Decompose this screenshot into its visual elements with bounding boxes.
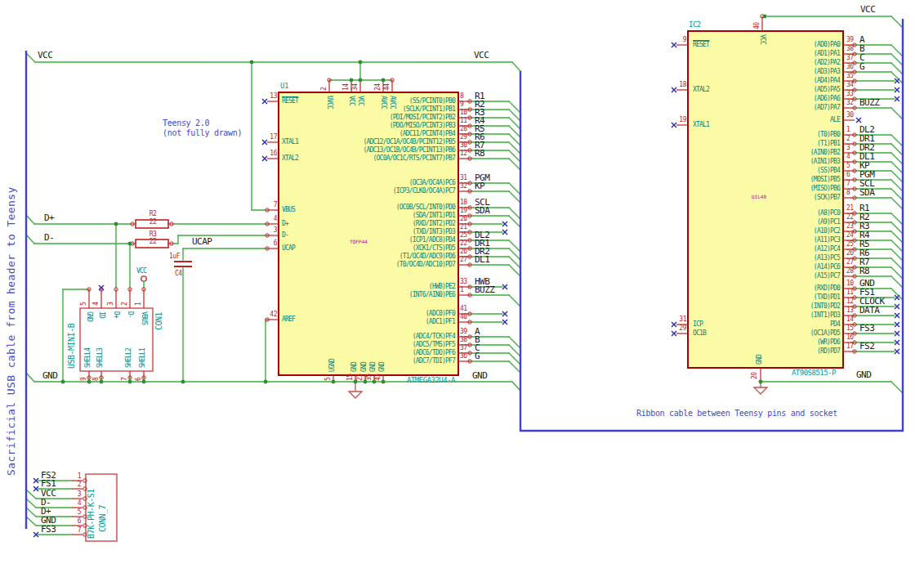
u1-ref[interactable]: U1 bbox=[280, 83, 288, 90]
conn7-ref[interactable]: CONN_7 bbox=[99, 505, 107, 532]
ic2-pin-name: (A13)PC5 bbox=[814, 255, 840, 262]
net-label-dl1[interactable]: DL1 bbox=[475, 255, 489, 264]
net-label-fs3[interactable]: FS3 bbox=[41, 525, 56, 534]
net-label-buzz[interactable]: BUZZ bbox=[475, 285, 495, 294]
r2-value[interactable]: 22 bbox=[150, 219, 157, 226]
conn7-value[interactable]: B7K-PH-K-S1 bbox=[87, 489, 96, 539]
ic2-pin-number: 21 bbox=[846, 205, 854, 212]
note-teensy-1[interactable]: Teensy 2.0 bbox=[163, 119, 209, 128]
c4-body[interactable] bbox=[174, 262, 192, 266]
ic2-pin-name: ICP bbox=[693, 321, 703, 328]
con1-pin-number: 3 bbox=[108, 302, 114, 306]
u1-pin-name: (SCLK/PCINT1)PB1 bbox=[403, 106, 455, 113]
c4-value[interactable]: 1uF bbox=[169, 253, 180, 260]
net-label-gnd-right[interactable]: GND bbox=[472, 371, 487, 380]
net-label-vcc-right[interactable]: VCC bbox=[474, 51, 489, 60]
u1-pin-number: 33 bbox=[460, 279, 467, 285]
net-label-sda[interactable]: SDA bbox=[859, 188, 874, 197]
ic2-pin-number: 31 bbox=[679, 316, 686, 323]
c4-ref[interactable]: C4 bbox=[175, 271, 182, 277]
u1-pin-name: (PDO/MISO/PCINT3)PB3 bbox=[390, 123, 455, 129]
net-label-g[interactable]: G bbox=[859, 62, 864, 71]
ic2-pin-number: 33 bbox=[846, 91, 854, 97]
u1-pin-number: 26 bbox=[460, 248, 467, 255]
ic2-pin-number: 20 bbox=[752, 372, 758, 379]
net-label-ic2-gnd[interactable]: GND bbox=[856, 370, 871, 379]
ic2-pin-name: (MISO)PB6 bbox=[810, 186, 840, 192]
conn7-pin-number: 1 bbox=[78, 473, 81, 480]
u1-pin-number: 11 bbox=[460, 118, 467, 124]
u1-pin-name: (SS/PCINT0)PB0 bbox=[409, 98, 455, 105]
conn7-pin-number: 3 bbox=[78, 491, 81, 498]
ic2-pin-name: (T1)PB1 bbox=[817, 141, 840, 147]
u1-pin-number: 31 bbox=[460, 175, 467, 181]
net-label-buzz[interactable]: BUZZ bbox=[859, 98, 880, 107]
u1-pin-number: 39 bbox=[460, 329, 467, 335]
con1-value[interactable]: USB-MINI-B bbox=[68, 324, 76, 369]
net-label-fs3[interactable]: FS3 bbox=[859, 324, 874, 333]
u1-pin-name: GND bbox=[370, 362, 377, 372]
u1-pin-name: UGND bbox=[329, 359, 336, 372]
r3-ref[interactable]: R3 bbox=[150, 231, 157, 238]
ic2-pin-number: 8 bbox=[846, 190, 850, 196]
u1-pin-number: 23 bbox=[357, 374, 364, 381]
u1-value[interactable]: ATMEGA32U4-A bbox=[407, 377, 455, 384]
ic2-pin-number: 7 bbox=[846, 181, 850, 187]
net-label-ucap[interactable]: UCAP bbox=[192, 237, 212, 246]
con1-ref[interactable]: CON1 bbox=[155, 312, 163, 330]
u1-pin-name: (ADC11/PCINT4)PB4 bbox=[400, 131, 455, 137]
u1-pin-name: VCC bbox=[348, 96, 355, 105]
u1-pin-number: 3 bbox=[274, 227, 277, 234]
u1-pin-name: (ADC7/TDI)PF7 bbox=[413, 358, 455, 365]
net-label-fs1[interactable]: FS1 bbox=[41, 479, 56, 488]
u1-pin-name: (XCK1/CTS)PD5 bbox=[413, 245, 455, 252]
schematic-canvas[interactable]: Sacrificial USB cable from header to Tee… bbox=[0, 0, 924, 564]
con1-pin-number: 7 bbox=[122, 378, 128, 381]
r3-value[interactable]: 22 bbox=[150, 239, 157, 245]
u1-pin-number: 30 bbox=[460, 142, 467, 149]
ic2-pin-number: 30 bbox=[846, 112, 854, 119]
net-label-r8[interactable]: R8 bbox=[859, 266, 869, 275]
net-label-ic2-vcc[interactable]: VCC bbox=[860, 5, 875, 14]
u1-pin-name: AVCC bbox=[380, 96, 386, 109]
ic2-pin-name: (INT0)PD2 bbox=[810, 303, 840, 310]
u1-pin-name: (PDI/MOSI/PCINT2)PB2 bbox=[390, 114, 455, 121]
net-label-vcc-left[interactable]: VCC bbox=[38, 51, 52, 60]
net-label-gnd-left[interactable]: GND bbox=[42, 371, 57, 380]
note-teensy-2[interactable]: (not fully drawn) bbox=[163, 129, 242, 137]
conn7-pin-number: 6 bbox=[78, 518, 81, 525]
net-label-fs2[interactable]: FS2 bbox=[859, 342, 874, 351]
net-label-r8[interactable]: R8 bbox=[475, 149, 484, 158]
r2-ref[interactable]: R2 bbox=[150, 211, 157, 217]
gnd-symbol bbox=[349, 382, 767, 398]
ic2-pin-number: 5 bbox=[846, 163, 850, 169]
ic2-pin-name: XTAL1 bbox=[693, 122, 709, 128]
ic2-ref[interactable]: IC2 bbox=[689, 21, 701, 29]
note-usb-cable[interactable]: Sacrificial USB cable from header to Tee… bbox=[6, 186, 16, 476]
con1-pin-number: 2 bbox=[122, 302, 128, 306]
net-label-dminus[interactable]: D- bbox=[44, 233, 54, 242]
net-label-dplus[interactable]: D+ bbox=[44, 213, 54, 222]
net-label-data[interactable]: DATA bbox=[859, 306, 880, 315]
net-label-kp[interactable]: KP bbox=[475, 181, 484, 190]
u1-pin-number: 4 bbox=[274, 216, 277, 222]
ic2-pin-name: (MOSI)PB5 bbox=[810, 177, 840, 183]
ic2-footprint[interactable]: DIL40 bbox=[752, 195, 766, 199]
ic2-value[interactable]: AT90S8515-P bbox=[792, 369, 836, 377]
u1-pin-number: 24 bbox=[375, 83, 382, 91]
net-label-g[interactable]: G bbox=[475, 351, 480, 360]
u1-footprint[interactable]: TQFP44 bbox=[350, 239, 368, 244]
ic2-pin-name: (AD4)PA4 bbox=[814, 78, 840, 84]
ic2-pin-name: (AD3)PA3 bbox=[814, 69, 840, 75]
ic2-pin-number: 17 bbox=[846, 343, 854, 350]
note-ribbon-cable[interactable]: Ribbon cable between Teensy pins and soc… bbox=[636, 410, 837, 418]
ic2-pin-number: 40 bbox=[754, 22, 761, 29]
u1-pin-name: (TXD/INT3)PD3 bbox=[413, 229, 455, 235]
ic2-pin-number: 26 bbox=[846, 250, 854, 257]
net-label-sda[interactable]: SDA bbox=[475, 206, 489, 215]
ic2-pin-name: PD4 bbox=[830, 321, 840, 328]
ic2-pin-number: 12 bbox=[846, 298, 854, 305]
conn7-pin-number: 4 bbox=[78, 500, 81, 507]
ic2-pin-name: RESET bbox=[693, 42, 709, 48]
u1-pin-name: (HWB)PE2 bbox=[429, 284, 455, 290]
